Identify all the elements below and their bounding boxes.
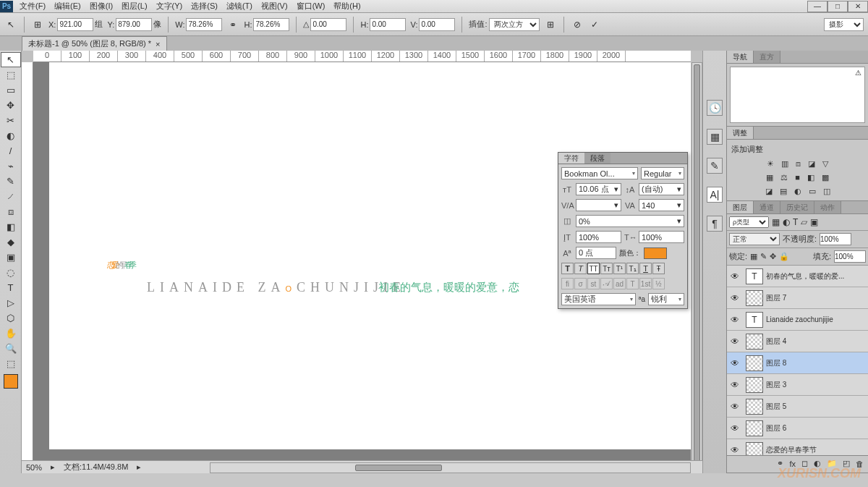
kerning-input[interactable]: ▾: [576, 199, 621, 211]
photo-filter-icon[interactable]: ◧: [807, 173, 814, 182]
menu-window[interactable]: 窗口(W): [297, 1, 326, 12]
menu-edit[interactable]: 编辑(E): [54, 1, 81, 12]
layer-row[interactable]: 👁恋爱的早春季节: [727, 439, 868, 455]
move-tool[interactable]: ↖: [1, 52, 21, 67]
tab-close-icon[interactable]: ×: [156, 40, 160, 48]
quick-mask-tool[interactable]: ⬚: [1, 356, 21, 371]
font-style-select[interactable]: Regular▾: [641, 167, 684, 179]
font-size-input[interactable]: 10.06 点▾: [576, 183, 621, 195]
balance-icon[interactable]: ⚖: [780, 173, 788, 182]
heal-tool[interactable]: /: [1, 143, 21, 158]
subscript-button[interactable]: T₁: [626, 263, 639, 274]
marquee-tool[interactable]: ⬚: [1, 67, 21, 82]
strike-button[interactable]: Ŧ: [652, 263, 665, 274]
gradient-map-icon[interactable]: ▭: [809, 187, 816, 196]
invert-icon[interactable]: ◪: [765, 187, 773, 196]
superscript-button[interactable]: T¹: [613, 263, 626, 274]
smallcaps-button[interactable]: Tт: [600, 263, 613, 274]
hue-icon[interactable]: ▦: [766, 173, 773, 182]
vibrance-icon[interactable]: ▽: [822, 159, 828, 169]
visibility-icon[interactable]: 👁: [727, 293, 743, 303]
titling-button[interactable]: T: [626, 278, 639, 289]
ordinal-button[interactable]: 1st: [639, 278, 652, 289]
foreground-color-swatch[interactable]: [4, 374, 18, 389]
interp-select[interactable]: 两次立方: [489, 18, 540, 31]
menu-help[interactable]: 帮助(H): [333, 1, 360, 12]
brushes-panel-icon[interactable]: ✎: [707, 158, 723, 174]
stamp-tool[interactable]: ✎: [1, 174, 21, 189]
ligature-button[interactable]: fi: [561, 278, 574, 289]
antialias-select[interactable]: 锐利▾: [648, 293, 684, 305]
angle-input[interactable]: [310, 18, 346, 31]
levels-icon[interactable]: ▥: [781, 159, 788, 169]
warp-icon[interactable]: ⊞: [544, 18, 557, 31]
visibility-icon[interactable]: 👁: [727, 336, 743, 347]
gradient-tool[interactable]: ◧: [1, 219, 21, 234]
lock-all-icon[interactable]: 🔒: [779, 252, 789, 261]
visibility-icon[interactable]: 👁: [727, 445, 743, 455]
eyedropper-tool[interactable]: ◐: [1, 128, 21, 143]
opacity-input[interactable]: [820, 233, 851, 245]
ref-point-icon[interactable]: ⊞: [31, 18, 44, 31]
navigator-preview[interactable]: ⚠: [730, 67, 865, 123]
layer-filter-kind[interactable]: ρ类型: [729, 216, 769, 228]
workspace-select[interactable]: 摄影: [824, 18, 864, 31]
brush-tool[interactable]: ⌁: [1, 158, 21, 174]
blend-mode-select[interactable]: 正常: [729, 233, 780, 245]
blur-tool[interactable]: ◆: [1, 234, 21, 250]
filter-type-icon[interactable]: T: [793, 217, 798, 227]
lasso-tool[interactable]: ▭: [1, 82, 21, 98]
zoom-level[interactable]: 50%: [26, 463, 42, 472]
layer-row[interactable]: 👁图层 8: [727, 352, 868, 374]
menu-type[interactable]: 文字(Y): [156, 1, 183, 12]
tracking-input[interactable]: 140▾: [639, 199, 684, 211]
document-tab[interactable]: 未标题-1 @ 50% (图层 8, RGB/8) *×: [22, 36, 167, 51]
lock-pixels-icon[interactable]: ✎: [760, 252, 767, 261]
contextual-button[interactable]: σ: [574, 278, 587, 289]
wand-tool[interactable]: ✥: [1, 98, 21, 113]
y-input[interactable]: [116, 18, 152, 31]
layer-row[interactable]: 👁图层 5: [727, 396, 868, 418]
vscale-input[interactable]: 100%: [576, 231, 621, 243]
zoom-tool[interactable]: 🔍: [1, 341, 21, 356]
link-wh-icon[interactable]: ⚭: [226, 18, 239, 31]
paragraph-tab[interactable]: 段落: [584, 153, 610, 164]
allcaps-button[interactable]: TT: [587, 263, 600, 274]
visibility-icon[interactable]: 👁: [727, 380, 743, 390]
dodge-tool[interactable]: ▣: [1, 250, 21, 265]
visibility-icon[interactable]: 👁: [727, 402, 743, 412]
layer-row[interactable]: 👁TLianaide zaochunjijie: [727, 309, 868, 331]
menu-layer[interactable]: 图层(L): [122, 1, 147, 12]
path-tool[interactable]: ▷: [1, 295, 21, 310]
close-button[interactable]: ✕: [848, 1, 868, 12]
maximize-button[interactable]: □: [827, 1, 848, 12]
x-input[interactable]: [57, 18, 93, 31]
font-family-select[interactable]: Bookman Ol...▾: [561, 167, 638, 179]
hskew-input[interactable]: [370, 18, 406, 31]
move-tool-icon[interactable]: ↖: [4, 18, 17, 31]
layer-row[interactable]: 👁图层 4: [727, 331, 868, 352]
leading-input[interactable]: (自动)▾: [639, 183, 684, 195]
pen-tool[interactable]: ◌: [1, 265, 21, 280]
eraser-tool[interactable]: ⧈: [1, 204, 21, 219]
selective-icon[interactable]: ◫: [823, 187, 830, 196]
exposure-icon[interactable]: ◪: [808, 159, 815, 169]
paragraph-panel-icon[interactable]: ¶: [707, 216, 723, 232]
visibility-icon[interactable]: 👁: [727, 423, 743, 433]
baseline-input[interactable]: 0 点: [576, 247, 616, 259]
layer-row[interactable]: 👁T初春的气息，暖暖的爱...: [727, 266, 868, 287]
language-select[interactable]: 美国英语▾: [561, 293, 636, 305]
text-color-swatch[interactable]: [644, 247, 667, 259]
lock-position-icon[interactable]: ✥: [770, 252, 776, 261]
history-brush-tool[interactable]: ⟋: [1, 189, 21, 204]
filter-shape-icon[interactable]: ▱: [801, 217, 807, 227]
filter-adj-icon[interactable]: ◐: [783, 217, 790, 227]
menu-file[interactable]: 文件(F): [20, 1, 46, 12]
commit-transform-icon[interactable]: ✓: [588, 18, 601, 31]
mixer-icon[interactable]: ▩: [822, 173, 829, 182]
swash-button[interactable]: 𝒜: [600, 278, 613, 289]
stylistic-button[interactable]: ad: [613, 278, 626, 289]
char-tab[interactable]: 字符: [558, 153, 584, 164]
layer-row[interactable]: 👁图层 7: [727, 287, 868, 309]
posterize-icon[interactable]: ▤: [780, 187, 787, 196]
